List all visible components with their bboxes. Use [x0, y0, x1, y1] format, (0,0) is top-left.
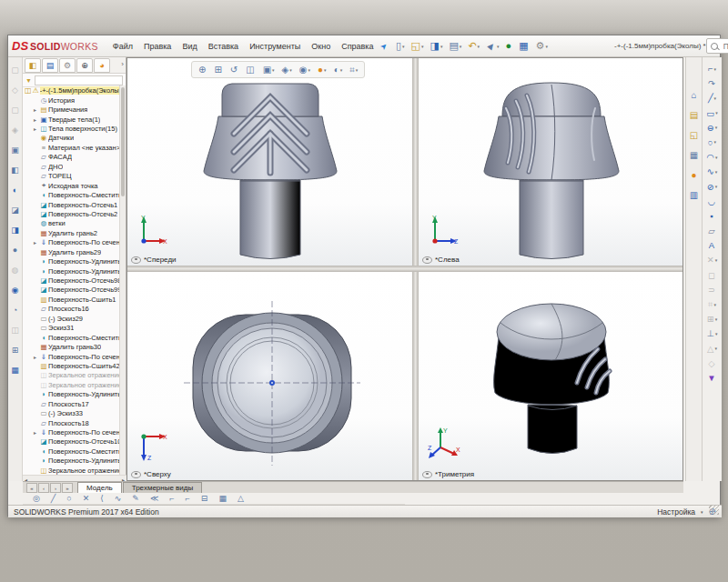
tree-item[interactable]: ▸ ▭ Эскиз31 [23, 324, 121, 333]
feature-tool-icon[interactable]: ◫ [10, 325, 20, 336]
tree-item[interactable]: ▸ ◖ Поверхность-Сместить11 [23, 447, 121, 456]
options-icon[interactable]: ⚙ ▾ [533, 39, 551, 53]
tree-item[interactable]: ▸ ▤ Примечания [23, 105, 121, 114]
feature-tool-icon[interactable]: ▣ [10, 145, 20, 156]
quick-snaps-icon[interactable]: △ ▾ [705, 343, 719, 355]
feature-tool-icon[interactable]: ◧ [10, 165, 20, 176]
tree-item[interactable]: ▸ ◪ Поверхность-Отсечь2 [23, 209, 121, 218]
rebuild-icon[interactable]: ● [503, 39, 516, 53]
tree-item[interactable]: ▸ ▭ (-) Эскиз29 [23, 314, 121, 323]
smart-dimension-icon[interactable]: ↷ [706, 77, 718, 89]
tree-item[interactable]: ▸ ◪ Поверхность-Отсечь100 [23, 437, 121, 447]
zoom-area-icon[interactable]: ⊞ [211, 63, 225, 76]
tree-item[interactable]: ▸ ◗ Поверхность-Удлинить19 [23, 266, 121, 276]
mirror-entities-icon[interactable]: ⊞ ▾ [705, 313, 719, 325]
linear-pattern-icon[interactable]: ⌗ ▾ [706, 298, 718, 310]
appearance-icon[interactable]: ▦ [516, 39, 531, 53]
tree-item[interactable]: ▸ ◗ Поверхность-Удлинить8 [23, 457, 121, 466]
menu-item[interactable]: Правка [138, 39, 177, 54]
menu-item[interactable]: Справка [336, 39, 379, 54]
arc-icon[interactable]: ◠ ▾ [705, 151, 720, 163]
menu-item[interactable]: Вставка [203, 39, 244, 54]
display-style-icon[interactable]: ◈ ▾ [279, 63, 295, 76]
feature-tool-icon[interactable]: ◐ [12, 185, 18, 196]
chamfer-icon[interactable]: ≪ [147, 492, 161, 506]
sketch-icon[interactable]: ⌐ ▾ [706, 63, 718, 75]
viewport-left[interactable]: Y Z *Слева [419, 58, 682, 266]
tree-item[interactable]: ▸ ▱ ФАСАД [23, 153, 121, 162]
grid-icon[interactable]: ▦ [216, 492, 229, 506]
tree-item[interactable]: ▸ ◫ Зеркальное отражение8 [23, 466, 121, 475]
spline-icon[interactable]: ∿ ▾ [705, 166, 719, 177]
tree-item[interactable]: ▸ ◫ Зеркальное отражение13 [23, 371, 121, 380]
view-orientation-icon[interactable]: ▣ ▾ [260, 63, 278, 76]
open-icon[interactable]: ◱ ▾ [409, 39, 427, 53]
selection-filter-icon[interactable]: ▼ [705, 372, 718, 384]
text-icon[interactable]: A [707, 239, 717, 251]
tree-tabs-more-icon[interactable]: › [121, 60, 124, 68]
surface-tool-icon[interactable]: ▢ [10, 65, 20, 76]
convert-entities-icon[interactable]: ◻ [706, 269, 718, 281]
tree-item[interactable]: ▸ ≡ Материал <не указан> [23, 143, 121, 152]
select-icon[interactable]: ► ▾ [483, 39, 501, 53]
horizontal-splitter[interactable] [127, 266, 682, 272]
tree-item[interactable]: ▸ ▭ (-) Эскиз33 [23, 408, 121, 417]
plane-icon[interactable]: ▱ [706, 225, 717, 236]
feature-tool-icon[interactable]: ◨ [10, 225, 20, 236]
viewport-top[interactable]: X Z *Сверху [127, 272, 412, 480]
tree-root-item[interactable]: ◫ ⚠ -+-(-1.5мм)пробка(Эколы) (П [23, 85, 121, 95]
tree-item[interactable]: ▸ ◪ Поверхность-Отсечь99 [23, 286, 121, 295]
caret-down-icon[interactable]: ▾ [701, 509, 703, 515]
viewport-trimetric[interactable]: Y X Z *Триметрия [419, 272, 682, 480]
design-library-icon[interactable]: ▤ [687, 108, 701, 122]
fillet-icon[interactable]: ◡ [706, 196, 718, 207]
appearances-icon[interactable]: ● [688, 168, 699, 182]
tree-item[interactable]: ▸ ▥ Поверхность-Сшить1 [23, 295, 121, 304]
edit-appearance-icon[interactable]: ● ▾ [315, 63, 329, 76]
tree-item[interactable]: ▸ ⇓ Поверхность-По сечениям2 [23, 352, 121, 361]
forum-search[interactable] [706, 38, 728, 54]
triangle-icon[interactable]: △ [235, 492, 247, 506]
file-explorer-icon[interactable]: ◱ [687, 128, 701, 142]
plane-icon[interactable]: ⊟ [198, 492, 211, 506]
ellipse-icon[interactable]: ⊘ ▾ [705, 181, 719, 193]
sketch-icon[interactable]: ◎ [30, 492, 43, 506]
tree-item[interactable]: ▸ ▱ ДНО [23, 162, 121, 171]
feature-tool-icon[interactable]: ◪ [10, 205, 20, 216]
surface-tool-icon[interactable]: ▢ [10, 105, 20, 116]
tree-item[interactable]: ▸ ▱ Плоскость17 [23, 399, 121, 408]
dimxpertmanager-tab[interactable]: ⊕ [76, 58, 93, 73]
filter-funnel-icon[interactable]: ▼ [25, 77, 32, 84]
tree-item[interactable]: ▸ ▱ Плоскость16 [23, 305, 121, 314]
featuremanager-tab[interactable]: ◧ [25, 58, 41, 73]
tree-item[interactable]: ▸ ◫ Зеркальное отражение14 [23, 380, 121, 389]
tree-item[interactable]: ▸ ▦ Удалить грань29 [23, 247, 121, 256]
trim-icon[interactable]: ✕ [80, 492, 93, 506]
tree-item[interactable]: ▸ ▱ ТОРЕЦ [23, 172, 121, 181]
section-view-icon[interactable]: ◫ [243, 63, 258, 76]
offset-entities-icon[interactable]: ⊃ [706, 284, 718, 296]
tree-item[interactable]: ▸ ▦ Удалить грань30 [23, 342, 121, 351]
menu-item[interactable]: Окно [306, 39, 336, 54]
tree-item[interactable]: ▸ ◪ Поверхность-Отсечь1 [23, 200, 121, 209]
tree-item[interactable]: ▸ ◖ Поверхность-Сместить24 [23, 333, 121, 342]
scrollbar-thumb[interactable] [121, 87, 125, 196]
corner-rectangle-icon[interactable]: ⌐ [183, 492, 193, 506]
search-input[interactable] [722, 41, 728, 52]
display-relations-icon[interactable]: ⊥ ▾ [705, 327, 720, 339]
feature-tool-icon[interactable]: ● [12, 245, 18, 256]
new-document-icon[interactable]: ▯ ▾ [393, 39, 408, 53]
zoom-fit-icon[interactable]: ⊕ [196, 63, 209, 76]
feature-tool-icon[interactable]: ◉ [11, 285, 20, 296]
tree-item[interactable]: ▸ ◪ Поверхность-Отсечь98 [23, 276, 121, 285]
feature-tool-icon[interactable]: ◍ [11, 265, 20, 276]
tree-item[interactable]: ▸ ▱ Плоскость18 [23, 418, 121, 427]
trim-icon[interactable]: ✕ ▾ [705, 254, 719, 266]
surface-tool-icon[interactable]: ◇ [11, 85, 19, 96]
tree-item[interactable]: ▸ ◫ Тела поверхности(15) [23, 124, 121, 133]
tree-item[interactable]: ▸ ▥ Поверхность-Сшить42 [23, 361, 121, 370]
tree-item[interactable]: ▸ ⌖ Исходная точка [23, 181, 121, 190]
displaymanager-tab[interactable]: ◕ [94, 58, 110, 73]
view-settings-icon[interactable]: ⌗ ▾ [347, 63, 360, 76]
tree-item[interactable]: ▸ ◉ Датчики [23, 134, 121, 143]
